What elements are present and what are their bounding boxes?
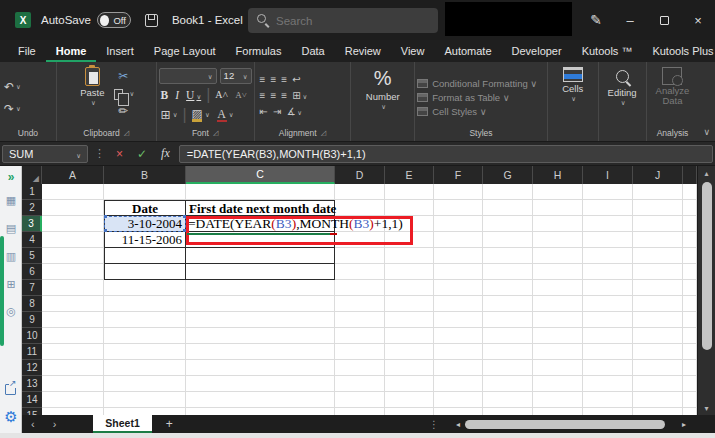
cell-C3[interactable]: =DATE(YEAR(B3),MONTH(B3)+1,1) — [186, 216, 335, 232]
merge-center-button[interactable]: ⊞ — [292, 90, 307, 101]
cell-C8[interactable] — [186, 296, 335, 312]
cell-G13[interactable] — [483, 376, 533, 392]
row-header-12[interactable]: 12 — [22, 360, 42, 376]
cell-D6[interactable] — [335, 264, 385, 280]
cell-J7[interactable] — [633, 280, 683, 296]
cell-A5[interactable] — [42, 248, 104, 264]
cell-J11[interactable] — [633, 344, 683, 360]
cell-B1[interactable] — [104, 184, 186, 200]
cell-F12[interactable] — [434, 360, 483, 376]
cell-A2[interactable] — [42, 200, 104, 216]
orientation-button[interactable]: ∡ — [286, 106, 302, 117]
ribbon-tab[interactable]: Data — [291, 42, 334, 62]
cell-F14[interactable] — [434, 392, 483, 408]
cell-J2[interactable] — [633, 200, 683, 216]
cell-I15[interactable] — [583, 408, 633, 415]
cell-J14[interactable] — [633, 392, 683, 408]
column-header-B[interactable]: B — [104, 166, 186, 184]
cell-I8[interactable] — [583, 296, 633, 312]
increase-indent-button[interactable]: ⇥ — [273, 106, 281, 117]
cell-J5[interactable] — [633, 248, 683, 264]
cell-I5[interactable] — [583, 248, 633, 264]
align-top-button[interactable]: ≡ — [260, 74, 266, 85]
cell-A3[interactable] — [42, 216, 104, 232]
cell-J3[interactable] — [633, 216, 683, 232]
cell-G12[interactable] — [483, 360, 533, 376]
cell-F10[interactable] — [434, 328, 483, 344]
cell-B4[interactable]: 11-15-2006 — [104, 232, 186, 248]
search-box[interactable] — [248, 8, 438, 33]
cell-F15[interactable] — [434, 408, 483, 415]
cell-E10[interactable] — [385, 328, 434, 344]
cut-button[interactable]: ✂ — [110, 68, 136, 84]
cell-B3[interactable]: 3-10-2004 — [104, 216, 186, 232]
cell-E1[interactable] — [385, 184, 434, 200]
cell-E13[interactable] — [385, 376, 434, 392]
scroll-up-icon[interactable]: ▴ — [704, 166, 708, 180]
cell-E8[interactable] — [385, 296, 434, 312]
cell-D10[interactable] — [335, 328, 385, 344]
row-header-9[interactable]: 9 — [22, 312, 42, 328]
cell-D7[interactable] — [335, 280, 385, 296]
prev-sheet-button[interactable]: ‹ — [22, 418, 44, 430]
cell-C7[interactable] — [186, 280, 335, 296]
cells-button[interactable]: Cells — [558, 65, 587, 105]
cell-D1[interactable] — [335, 184, 385, 200]
cell-I6[interactable] — [583, 264, 633, 280]
cell-E5[interactable] — [385, 248, 434, 264]
scroll-left-icon[interactable]: ◂ — [451, 420, 465, 429]
cell-H11[interactable] — [533, 344, 583, 360]
cell-D2[interactable] — [335, 200, 385, 216]
confirm-entry-button[interactable]: ✓ — [132, 147, 152, 161]
sheet-tab[interactable]: Sheet1 — [93, 415, 151, 433]
column-header-D[interactable]: D — [335, 166, 385, 184]
row-header-11[interactable]: 11 — [22, 344, 42, 360]
cell-C6[interactable] — [186, 264, 335, 280]
splitter-dots-icon[interactable]: ⋮ — [429, 419, 439, 430]
ribbon-tab[interactable]: Formulas — [226, 42, 292, 62]
cell-A7[interactable] — [42, 280, 104, 296]
pane-expand-icon[interactable]: » — [0, 170, 22, 184]
row-header-1[interactable]: 1 — [22, 184, 42, 200]
vertical-scroll-thumb[interactable] — [702, 182, 712, 350]
maximize-button[interactable] — [647, 0, 681, 40]
cell-G9[interactable] — [483, 312, 533, 328]
cell-E15[interactable] — [385, 408, 434, 415]
cell-G5[interactable] — [483, 248, 533, 264]
cell-I7[interactable] — [583, 280, 633, 296]
cell-B12[interactable] — [104, 360, 186, 376]
ribbon-tab[interactable]: Insert — [96, 42, 144, 62]
borders-button[interactable]: ⊞ — [159, 107, 180, 123]
fill-color-button[interactable]: ▨ — [190, 106, 212, 123]
cell-I11[interactable] — [583, 344, 633, 360]
cell-I13[interactable] — [583, 376, 633, 392]
cell-H14[interactable] — [533, 392, 583, 408]
cell-A14[interactable] — [42, 392, 104, 408]
cell-F6[interactable] — [434, 264, 483, 280]
horizontal-scroll-thumb[interactable] — [465, 420, 665, 429]
cell-H13[interactable] — [533, 376, 583, 392]
styles-menu-item[interactable]: Format as Table ∨ — [417, 92, 510, 103]
cell-C5[interactable] — [186, 248, 335, 264]
cell-C15[interactable] — [186, 408, 335, 415]
cell-D5[interactable] — [335, 248, 385, 264]
cell-G14[interactable] — [483, 392, 533, 408]
cell-B11[interactable] — [104, 344, 186, 360]
cell-F7[interactable] — [434, 280, 483, 296]
cell-B5[interactable] — [104, 248, 186, 264]
cell-E9[interactable] — [385, 312, 434, 328]
ribbon-tab[interactable]: View — [391, 42, 435, 62]
cell-F8[interactable] — [434, 296, 483, 312]
cell-A12[interactable] — [42, 360, 104, 376]
cell-H1[interactable] — [533, 184, 583, 200]
cell-C11[interactable] — [186, 344, 335, 360]
cell-F1[interactable] — [434, 184, 483, 200]
select-all-button[interactable] — [22, 166, 42, 184]
align-bottom-button[interactable]: ≡ — [281, 74, 287, 85]
ribbon-tab[interactable]: Kutools ™ — [572, 42, 643, 62]
align-middle-button[interactable]: ≡ — [270, 74, 276, 85]
cell-A6[interactable] — [42, 264, 104, 280]
ribbon-tab[interactable]: Automate — [434, 42, 501, 62]
cell-G6[interactable] — [483, 264, 533, 280]
insert-function-button[interactable]: fx — [156, 146, 175, 161]
